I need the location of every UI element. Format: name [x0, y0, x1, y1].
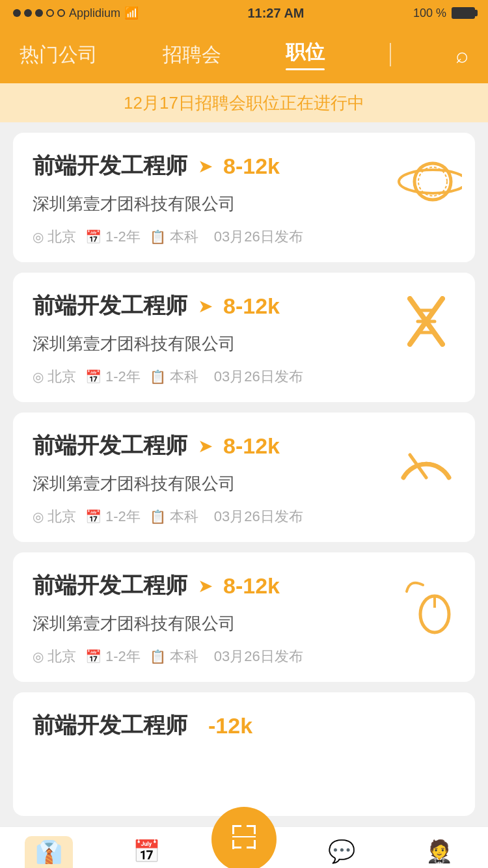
battery-icon	[452, 7, 475, 19]
job-meta-4: ◎ 北京 📅 1-2年 📋 本科 03月26日发布	[33, 647, 455, 666]
speedometer-deco-icon	[390, 426, 462, 497]
tab-hot-companies[interactable]: 热门公司	[20, 42, 98, 68]
education-1: 📋 本科	[150, 227, 198, 247]
person-icon: 🤵	[426, 838, 453, 864]
job-list: 前端开发工程师 ➤ 8-12k 深圳第壹才团科技有限公司 ◎ 北京 📅 1-2年…	[0, 122, 488, 826]
arrow-icon-1: ➤	[198, 156, 213, 177]
location-icon-4: ◎	[33, 649, 44, 664]
edu-icon-3: 📋	[150, 509, 166, 524]
job-date-2: 03月26日发布	[214, 367, 303, 387]
job-card-3[interactable]: 前端开发工程师 ➤ 8-12k 深圳第壹才团科技有限公司 ◎ 北京 📅 1-2年…	[13, 413, 475, 542]
nav-divider	[390, 43, 391, 66]
arrow-icon-3: ➤	[198, 435, 213, 457]
wifi-icon: 📶	[124, 6, 139, 20]
calendar-icon-4: 📅	[85, 649, 102, 664]
calendar-nav-icon: 📅	[133, 838, 160, 864]
banner-text: 12月17日招聘会职位正在进行中	[124, 92, 364, 115]
location-3: ◎ 北京	[33, 507, 76, 526]
location-icon-1: ◎	[33, 229, 44, 245]
arrow-icon-4: ➤	[198, 575, 213, 597]
app-name: Applidium	[69, 7, 120, 20]
experience-4: 📅 1-2年	[85, 647, 141, 666]
scan-svg	[230, 822, 258, 851]
edu-icon-2: 📋	[150, 369, 166, 385]
job-card-2[interactable]: 前端开发工程师 ➤ 8-12k 深圳第壹才团科技有限公司 ◎ 北京 📅 1-2年…	[13, 273, 475, 402]
tab-positions[interactable]: 职位	[286, 39, 325, 70]
location-2: ◎ 北京	[33, 367, 76, 387]
status-right: 100 %	[413, 7, 475, 20]
job-date-3: 03月26日发布	[214, 507, 303, 526]
edu-icon-1: 📋	[150, 229, 166, 245]
battery-text: 100 %	[413, 7, 446, 20]
job-meta-2: ◎ 北京 📅 1-2年 📋 本科 03月26日发布	[33, 367, 455, 387]
calendar-icon-3: 📅	[85, 509, 102, 524]
bottom-tab-schedule[interactable]: 📅 日程	[98, 838, 195, 868]
job-title-1: 前端开发工程师	[33, 151, 187, 181]
bottom-tab-positions[interactable]: 👔 职位	[0, 836, 98, 868]
job-title-3: 前端开发工程师	[33, 431, 187, 461]
location-1: ◎ 北京	[33, 227, 76, 247]
job-meta-1: ◎ 北京 📅 1-2年 📋 本科 03月26日发布	[33, 227, 455, 247]
job-title-4: 前端开发工程师	[33, 571, 187, 601]
edu-icon-4: 📋	[150, 649, 166, 664]
education-3: 📋 本科	[150, 507, 198, 526]
job-salary-2: 8-12k	[223, 293, 280, 319]
top-nav: 热门公司 招聘会 职位 ⌕	[0, 26, 488, 83]
dot5	[57, 9, 65, 17]
job-card-5-top: 前端开发工程师 -12k	[33, 711, 455, 740]
dot3	[35, 9, 43, 17]
location-icon-2: ◎	[33, 369, 44, 385]
status-left: Applidium 📶	[13, 6, 139, 20]
job-salary-3: 8-12k	[223, 433, 280, 459]
education-2: 📋 本科	[150, 367, 198, 387]
status-bar: Applidium 📶 11:27 AM 100 %	[0, 0, 488, 26]
calendar-icon-1: 📅	[85, 229, 102, 245]
svg-rect-18	[254, 840, 256, 849]
bottom-tab-scan[interactable]: 扫一扫	[195, 820, 293, 868]
job-date-4: 03月26日发布	[214, 647, 303, 666]
svg-rect-12	[232, 825, 234, 834]
location-icon-3: ◎	[33, 509, 44, 524]
scan-icon	[230, 822, 258, 857]
tie-icon: 👔	[35, 839, 62, 865]
message-icon: 💬	[328, 838, 355, 864]
job-title-5: 前端开发工程师	[33, 711, 187, 740]
job-salary-5: -12k	[208, 713, 252, 739]
job-card-5[interactable]: 前端开发工程师 -12k	[13, 692, 475, 816]
planet-deco-icon	[390, 146, 462, 217]
svg-rect-14	[254, 825, 256, 834]
job-meta-3: ◎ 北京 📅 1-2年 📋 本科 03月26日发布	[33, 507, 455, 526]
search-icon[interactable]: ⌕	[455, 42, 468, 68]
dot1	[13, 9, 21, 17]
arrow-icon-2: ➤	[198, 295, 213, 317]
job-card-1[interactable]: 前端开发工程师 ➤ 8-12k 深圳第壹才团科技有限公司 ◎ 北京 📅 1-2年…	[13, 133, 475, 262]
calendar-icon-2: 📅	[85, 369, 102, 385]
dna-deco-icon	[390, 286, 462, 357]
announcement-banner[interactable]: 12月17日招聘会职位正在进行中	[0, 83, 488, 122]
job-card-4[interactable]: 前端开发工程师 ➤ 8-12k 深圳第壹才团科技有限公司 ◎ 北京 📅 1-2年…	[13, 552, 475, 682]
job-title-2: 前端开发工程师	[33, 291, 187, 321]
tab-job-fair[interactable]: 招聘会	[163, 42, 221, 68]
svg-rect-16	[232, 840, 234, 849]
education-4: 📋 本科	[150, 647, 198, 666]
signal-dots	[13, 9, 65, 17]
bottom-nav: 👔 职位 📅 日程 扫一扫	[0, 826, 488, 868]
experience-2: 📅 1-2年	[85, 367, 141, 387]
job-salary-1: 8-12k	[223, 154, 280, 179]
dot4	[46, 9, 54, 17]
location-4: ◎ 北京	[33, 647, 76, 666]
dot2	[24, 9, 32, 17]
job-salary-4: 8-12k	[223, 573, 280, 599]
experience-3: 📅 1-2年	[85, 507, 141, 526]
job-date-1: 03月26日发布	[214, 227, 303, 247]
scan-button[interactable]	[211, 807, 277, 868]
mouse-deco-icon	[390, 565, 462, 637]
bottom-tab-messages[interactable]: 💬 消息	[293, 838, 390, 868]
experience-1: 📅 1-2年	[85, 227, 141, 247]
status-time: 11:27 AM	[247, 6, 304, 21]
svg-point-2	[418, 167, 447, 196]
bottom-tab-mine[interactable]: 🤵 我的	[390, 838, 488, 868]
active-tab-bg: 👔 职位	[25, 836, 73, 868]
